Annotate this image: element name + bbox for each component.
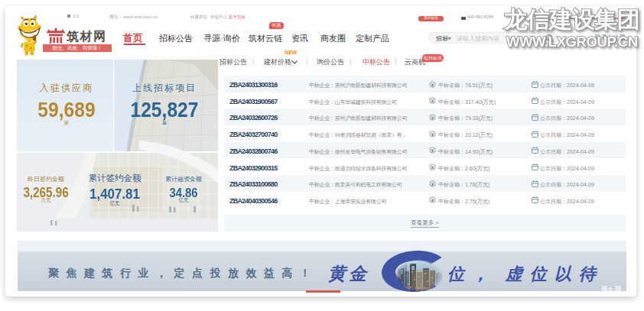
svg-text:¥: ¥: [431, 165, 434, 170]
svg-text:¥: ¥: [431, 148, 434, 153]
svg-text:龙信建设集团: 龙信建设集团: [503, 6, 640, 32]
svg-text:¥: ¥: [431, 131, 434, 136]
svg-text:¥: ¥: [431, 198, 434, 202]
svg-text:¥: ¥: [431, 82, 434, 86]
svg-text:¥: ¥: [431, 181, 434, 186]
svg-text:¥: ¥: [431, 99, 434, 103]
svg-text:¥: ¥: [431, 115, 434, 119]
svg-text:WWW.LXGROUP.CN: WWW.LXGROUP.CN: [506, 34, 638, 50]
